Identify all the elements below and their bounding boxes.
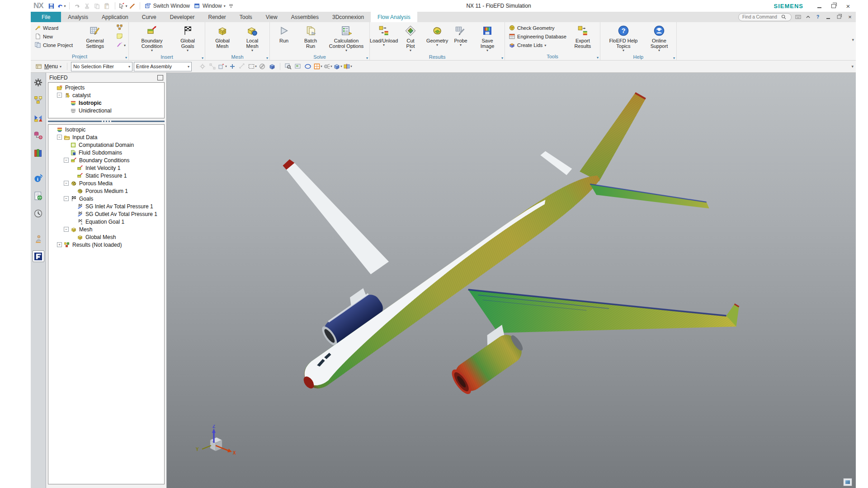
check-geometry-button[interactable]: Check Geometry [508,24,567,32]
batch-run-button[interactable]: Batch Run [296,23,325,50]
new-button[interactable]: New [33,33,74,40]
ribbon-overflow-button[interactable]: ▾ [852,38,854,42]
calculation-control-options-button[interactable]: Calculation Control Options▾ [326,23,367,54]
tab-curve[interactable]: Curve [135,12,163,22]
pan-window-button[interactable] [293,62,302,71]
tab-assemblies[interactable]: Assemblies [284,12,326,22]
floefd-panel-icon[interactable] [33,250,44,262]
zoom-window-button[interactable] [283,62,292,71]
tree-item-sg-inlet-av-total-pressure-1[interactable]: SG Inlet Av Total Pressure 1 [48,202,164,210]
clean-brush-button[interactable] [128,1,137,10]
viewport-badge-icon[interactable] [843,478,852,486]
tree-item-global-mesh[interactable]: Global Mesh [48,233,164,241]
view-cube-button[interactable]: ▾ [333,62,342,71]
restore-button[interactable] [829,2,839,10]
settings-gear-icon[interactable] [33,76,44,88]
part-close-button[interactable]: × [846,14,854,20]
clip-section-button[interactable]: ▾ [343,62,352,71]
general-settings-button[interactable]: General Settings [75,23,115,50]
help-icon[interactable]: ? [814,14,821,21]
orientation-triad[interactable]: Z X Y [190,425,237,463]
export-results-button[interactable]: Export Results [568,23,597,50]
tree-item-sg-outlet-av-total-pressure-1[interactable]: SG Outlet Av Total Pressure 1 [48,210,164,218]
hide-button[interactable] [258,62,267,71]
save-image-button[interactable]: Save Image▾ [473,23,502,54]
tree-item-goals[interactable]: −Goals [48,195,164,202]
part-minimize-button[interactable] [824,14,832,20]
boundary-condition-button[interactable]: Boundary Condition▾ [132,23,172,54]
part-restore-button[interactable] [835,14,843,20]
selection-filter-dropdown[interactable]: No Selection Filter▾ [71,62,132,71]
group-label-help[interactable]: Help▾ [600,54,676,60]
group-label-mesh[interactable]: Mesh▾ [205,54,269,60]
tree-item-porous-media[interactable]: −Porous Media [48,179,164,187]
group-label-results[interactable]: Results▾ [370,54,505,60]
web-page-icon[interactable] [33,190,44,202]
command-list-icon[interactable] [794,14,802,21]
wizard-button[interactable]: Wizard [33,24,74,32]
tab-flow-analysis[interactable]: Flow Analysis [371,12,417,22]
global-mesh-button[interactable]: Global Mesh [208,23,237,50]
datum-button[interactable]: *▾ [218,62,227,71]
tree-expander[interactable]: − [57,135,62,140]
tree-expander[interactable]: − [64,181,69,186]
create-lids-button[interactable]: Create Lids▾ [508,42,567,49]
tree-item-inlet-velocity-1[interactable]: Inlet Velocity 1 [48,164,164,172]
tree-expander[interactable]: − [64,158,69,163]
graphics-viewport[interactable]: Z X Y [167,73,856,488]
probe-button[interactable]: Probe▾ [449,23,472,48]
tree-expander[interactable]: − [57,93,62,98]
tree-item-isotropic[interactable]: Isotropic [48,126,164,133]
tab-render[interactable]: Render [201,12,232,22]
note-button[interactable] [116,33,126,40]
group-label-project[interactable]: Project▾ [31,53,128,60]
cut-plot-button[interactable]: Cut Plot▾ [396,23,425,54]
tree-item-input-data[interactable]: −Input Data [48,133,164,141]
run-button[interactable]: Run [273,23,295,44]
aircraft-cfd-model[interactable] [167,73,856,488]
tree-expander[interactable]: + [57,242,62,247]
group-label-tools[interactable]: Tools▾ [505,53,600,60]
tree-expander[interactable]: − [64,196,69,201]
tree-item-mesh[interactable]: −Mesh [48,225,164,233]
reuse-library-icon[interactable] [33,147,44,159]
customize-quick-access-icon[interactable] [227,2,235,9]
rect-select-button[interactable]: ▾ [248,62,257,71]
selection-arrow-button[interactable]: ▾ [118,1,127,10]
find-command-input[interactable] [741,14,779,20]
tab-tools[interactable]: Tools [233,12,259,22]
tree-item-boundary-conditions[interactable]: −Boundary Conditions [48,156,164,164]
local-mesh-button[interactable]: Local Mesh▾ [238,23,267,54]
find-command-box[interactable] [738,13,792,21]
history-clock-icon[interactable] [33,207,44,219]
tree-item-porous-medium-1[interactable]: Porous Medium 1 [48,187,164,195]
tree-item-isotropic[interactable]: Isotropic [48,99,164,107]
assembly-navigator-icon[interactable] [33,94,44,106]
minimize-button[interactable] [814,2,824,10]
effects-button[interactable]: ▾ [323,62,332,71]
tree-item-unidirectional[interactable]: Unidirectional [48,107,164,114]
tab-analysis[interactable]: Analysis [61,12,95,22]
tree-item-equation-goal-1[interactable]: ΣEquation Goal 1 [48,218,164,225]
close-button[interactable]: × [843,2,853,10]
component-pattern-button[interactable] [116,24,126,32]
brush-button[interactable]: ▾ [116,42,126,49]
panel-splitter[interactable] [46,118,166,124]
show-cube-button[interactable] [268,62,277,71]
menu-button[interactable]: M enu ▾ [33,62,63,71]
tab-view[interactable]: View [259,12,284,22]
switch-window-button[interactable]: Switch Window [142,1,192,10]
tree-item-catalyst[interactable]: −catalyst [48,91,164,99]
online-support-button[interactable]: Online Support▾ [645,23,674,54]
load-unload-button[interactable]: Load/Unload▾ [373,23,395,48]
save-button[interactable] [47,1,56,10]
global-goals-button[interactable]: Global Goals▾ [173,23,202,54]
clone-project-button[interactable]: Clone Project [33,42,74,49]
grid-button[interactable]: ▾ [313,62,322,71]
part-navigator-icon[interactable] [33,129,44,141]
undo-button[interactable]: ▾ [57,1,66,10]
tab-application[interactable]: Application [95,12,135,22]
point-plus-button[interactable] [228,62,237,71]
tree-item-projects[interactable]: Projects [48,84,164,91]
group-label-solve[interactable]: Solve▾ [270,54,369,60]
